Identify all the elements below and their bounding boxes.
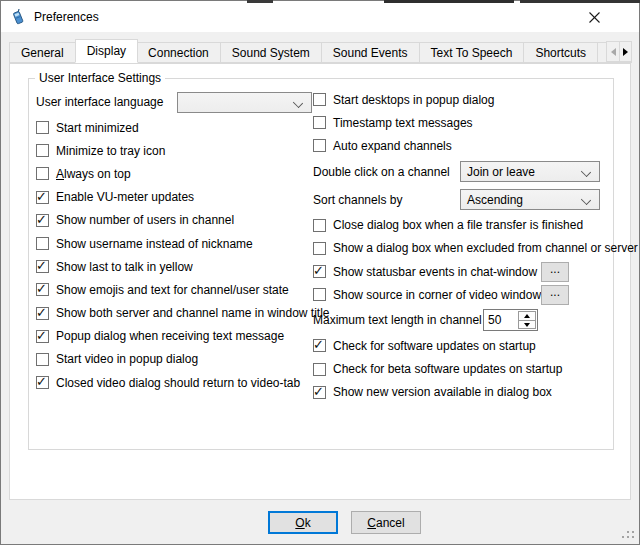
- checkbox[interactable]: [36, 191, 49, 204]
- resize-grip[interactable]: [621, 526, 634, 539]
- checkbox[interactable]: [313, 386, 326, 399]
- sort-channels-combobox[interactable]: Ascending: [460, 189, 600, 210]
- checkbox-label: Show a dialog box when excluded from cha…: [333, 241, 638, 255]
- tab-general[interactable]: General: [9, 42, 76, 63]
- checkbox[interactable]: [36, 214, 49, 227]
- video-source-more-button[interactable]: ...: [541, 285, 569, 305]
- checkbox[interactable]: [36, 307, 49, 320]
- tab-display[interactable]: Display: [75, 39, 138, 63]
- background-window-artifact: [520, 0, 640, 3]
- language-label: User interface language: [36, 95, 163, 109]
- checkbox-row[interactable]: Popup dialog when receiving text message: [36, 325, 312, 348]
- max-text-length-label: Maximum text length in channel list: [313, 313, 483, 327]
- checkbox-label: Minimize to tray icon: [56, 144, 165, 158]
- checkbox-label: Start desktops in popup dialog: [333, 93, 494, 107]
- checkbox[interactable]: [313, 339, 326, 352]
- checkbox[interactable]: [313, 219, 326, 232]
- display-tab-page: User Interface Settings User interface l…: [9, 63, 631, 500]
- cancel-button-label: Cancel: [367, 516, 404, 530]
- checkbox-row[interactable]: Check for beta software updates on start…: [313, 358, 619, 381]
- checkbox-row[interactable]: Show last to talk in yellow: [36, 255, 312, 278]
- chevron-down-icon: [581, 167, 591, 177]
- checkbox-label: Show last to talk in yellow: [56, 260, 193, 274]
- max-text-length-spinner[interactable]: 50: [483, 309, 538, 331]
- spinner-value[interactable]: 50: [484, 310, 517, 330]
- tab-sound-events[interactable]: Sound Events: [322, 42, 420, 63]
- checkbox[interactable]: [313, 288, 326, 301]
- checkbox-row[interactable]: Timestamp text messages: [313, 111, 619, 134]
- checkbox[interactable]: [313, 363, 326, 376]
- checkbox-row[interactable]: Show username instead of nickname: [36, 232, 312, 255]
- checkbox-label: Enable VU-meter updates: [56, 190, 194, 204]
- group-title: User Interface Settings: [35, 71, 165, 85]
- tab-text-to-speech[interactable]: Text To Speech: [420, 42, 525, 63]
- checkbox[interactable]: [36, 283, 49, 296]
- language-row: User interface language: [36, 88, 312, 116]
- checkbox-label: Start minimized: [56, 121, 139, 135]
- spinner-buttons[interactable]: [518, 311, 536, 329]
- statusbar-events-row[interactable]: Show statusbar events in chat-window ...: [313, 260, 619, 283]
- checkbox-row[interactable]: Show both server and channel name in win…: [36, 302, 312, 325]
- spin-down-icon[interactable]: [519, 320, 535, 329]
- language-combobox[interactable]: [177, 92, 312, 113]
- spin-up-icon[interactable]: [519, 312, 535, 320]
- checkbox-row[interactable]: Show emojis and text for channel/user st…: [36, 278, 312, 301]
- checkbox[interactable]: [36, 376, 49, 389]
- checkbox-label: Show both server and channel name in win…: [56, 306, 330, 320]
- double-click-label: Double click on a channel: [313, 165, 460, 179]
- statusbar-more-button[interactable]: ...: [541, 262, 569, 282]
- checkbox[interactable]: [313, 139, 326, 152]
- chevron-down-icon: [581, 195, 591, 205]
- checkbox-row[interactable]: Show new version available in dialog box: [313, 381, 619, 404]
- checkbox-row[interactable]: Start video in popup dialog: [36, 348, 312, 371]
- checkbox[interactable]: [36, 237, 49, 250]
- checkbox-label: Show number of users in channel: [56, 213, 234, 227]
- tab-connection[interactable]: Connection: [137, 42, 221, 63]
- tab-scroll-left-icon: [606, 41, 619, 62]
- checkbox[interactable]: [313, 265, 326, 278]
- checkbox-row[interactable]: Check for software updates on startup: [313, 334, 619, 357]
- background-window-artifact: [384, 0, 514, 3]
- cancel-button[interactable]: Cancel: [351, 511, 421, 534]
- double-click-row: Double click on a channel Join or leave: [313, 158, 619, 186]
- max-text-length-row: Maximum text length in channel list 50: [313, 306, 619, 334]
- checkbox-row[interactable]: Show a dialog box when excluded from cha…: [313, 237, 619, 260]
- video-source-row[interactable]: Show source in corner of video window ..…: [313, 283, 619, 306]
- checkbox[interactable]: [36, 330, 49, 343]
- checkbox-row[interactable]: Show number of users in channel: [36, 209, 312, 232]
- checkbox[interactable]: [313, 116, 326, 129]
- title-bar[interactable]: Preferences: [1, 1, 639, 32]
- checkbox[interactable]: [36, 353, 49, 366]
- checkbox-row[interactable]: Close dialog box when a file transfer is…: [313, 214, 619, 237]
- checkbox-label: Check for beta software updates on start…: [333, 362, 562, 376]
- checkbox-row[interactable]: Closed video dialog should return to vid…: [36, 371, 312, 394]
- checkbox-row[interactable]: Start desktops in popup dialog: [313, 88, 619, 111]
- checkbox-label: Show new version available in dialog box: [333, 385, 552, 399]
- checkbox-row[interactable]: Auto expand channels: [313, 134, 619, 157]
- sort-channels-label: Sort channels by: [313, 193, 460, 207]
- checkbox[interactable]: [313, 242, 326, 255]
- checkbox-row[interactable]: Enable VU-meter updates: [36, 186, 312, 209]
- right-column: Start desktops in popup dialog Timestamp…: [313, 88, 619, 404]
- checkbox[interactable]: [36, 167, 49, 180]
- tab-shortcuts[interactable]: Shortcuts: [524, 42, 598, 63]
- checkbox-label: Show username instead of nickname: [56, 237, 253, 251]
- checkbox-row[interactable]: Start minimized: [36, 116, 312, 139]
- checkbox-label: Timestamp text messages: [333, 116, 473, 130]
- ok-button[interactable]: Ok: [268, 511, 338, 534]
- ok-button-label: Ok: [295, 516, 310, 530]
- tab-scroll-right-icon[interactable]: [619, 41, 632, 62]
- checkbox-label: Close dialog box when a file transfer is…: [333, 218, 583, 232]
- background-window-artifact: [247, 0, 273, 3]
- double-click-combobox[interactable]: Join or leave: [460, 161, 600, 182]
- tab-sound-system[interactable]: Sound System: [221, 42, 322, 63]
- checkbox-row[interactable]: Minimize to tray icon: [36, 139, 312, 162]
- close-icon[interactable]: [582, 6, 606, 28]
- checkbox[interactable]: [36, 260, 49, 273]
- window-title: Preferences: [34, 10, 99, 24]
- checkbox[interactable]: [313, 93, 326, 106]
- checkbox[interactable]: [36, 144, 49, 157]
- chevron-down-icon: [293, 97, 303, 107]
- checkbox-row[interactable]: Always on top: [36, 162, 312, 185]
- checkbox[interactable]: [36, 121, 49, 134]
